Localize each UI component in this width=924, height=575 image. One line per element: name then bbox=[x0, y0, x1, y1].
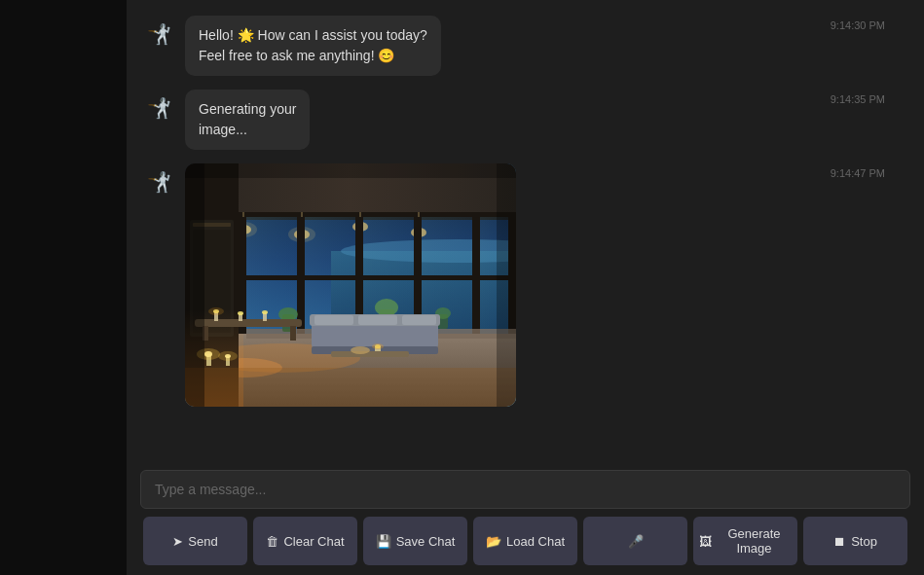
chat-container: 🤺 Hello! 🌟 How can I assist you today?Fe… bbox=[127, 0, 924, 575]
stop-label: Stop bbox=[851, 534, 877, 549]
svg-point-59 bbox=[351, 346, 370, 354]
svg-rect-58 bbox=[331, 351, 409, 357]
avatar: 🤺 bbox=[142, 91, 175, 125]
message-text: Generating yourimage... bbox=[199, 101, 296, 137]
message-image-bubble bbox=[185, 163, 516, 407]
trash-icon: 🗑 bbox=[266, 534, 278, 549]
svg-point-62 bbox=[372, 343, 384, 349]
avatar: 🤺 bbox=[142, 18, 175, 51]
mic-icon: 🎤 bbox=[628, 534, 644, 549]
folder-icon: 📂 bbox=[486, 534, 501, 549]
stop-icon: ⏹ bbox=[833, 534, 846, 549]
send-label: Send bbox=[188, 534, 217, 549]
svg-point-39 bbox=[375, 299, 398, 316]
svg-rect-56 bbox=[402, 315, 436, 325]
message-input[interactable] bbox=[140, 470, 910, 509]
avatar: 🤺 bbox=[142, 165, 175, 198]
svg-point-37 bbox=[278, 307, 298, 321]
load-chat-button[interactable]: 📂 Load Chat bbox=[473, 517, 577, 565]
svg-rect-55 bbox=[358, 315, 397, 325]
sidebar bbox=[0, 0, 127, 575]
message-bubble: Generating yourimage... bbox=[185, 90, 310, 150]
message-timestamp: 9:14:47 PM bbox=[831, 167, 885, 179]
clear-chat-button[interactable]: 🗑 Clear Chat bbox=[253, 517, 357, 565]
button-bar: ➤ Send 🗑 Clear Chat 💾 Save Chat 📂 Load C… bbox=[127, 517, 924, 575]
clear-label: Clear Chat bbox=[283, 534, 344, 549]
svg-rect-72 bbox=[185, 163, 516, 178]
table-row: 🤺 Generating yourimage... 9:14:35 PM bbox=[142, 90, 908, 150]
svg-rect-34 bbox=[239, 275, 516, 280]
stop-button[interactable]: ⏹ Stop bbox=[803, 517, 907, 565]
load-label: Load Chat bbox=[506, 534, 565, 549]
message-timestamp: 9:14:30 PM bbox=[831, 19, 885, 31]
svg-point-49 bbox=[238, 311, 243, 315]
mic-button[interactable]: 🎤 bbox=[583, 517, 687, 565]
image-icon: 🖼 bbox=[699, 534, 712, 549]
message-text: Hello! 🌟 How can I assist you today?Feel… bbox=[199, 27, 427, 63]
send-icon: ➤ bbox=[172, 534, 183, 549]
svg-rect-54 bbox=[314, 315, 353, 325]
message-bubble: Hello! 🌟 How can I assist you today?Feel… bbox=[185, 16, 441, 76]
generate-label: Generate Image bbox=[717, 526, 792, 556]
chat-messages: 🤺 Hello! 🌟 How can I assist you today?Fe… bbox=[127, 0, 924, 462]
generated-image bbox=[185, 163, 516, 407]
svg-rect-70 bbox=[185, 163, 204, 407]
svg-point-47 bbox=[208, 307, 224, 315]
svg-point-68 bbox=[218, 351, 238, 361]
svg-rect-69 bbox=[185, 368, 516, 407]
message-timestamp: 9:14:35 PM bbox=[831, 93, 885, 105]
save-icon: 💾 bbox=[376, 534, 391, 549]
svg-rect-42 bbox=[195, 319, 302, 327]
svg-point-51 bbox=[262, 310, 268, 314]
generate-image-button[interactable]: 🖼 Generate Image bbox=[693, 517, 797, 565]
send-button[interactable]: ➤ Send bbox=[143, 517, 247, 565]
save-label: Save Chat bbox=[396, 534, 456, 549]
save-chat-button[interactable]: 💾 Save Chat bbox=[363, 517, 467, 565]
table-row: 🤺 Hello! 🌟 How can I assist you today?Fe… bbox=[142, 16, 908, 76]
input-area bbox=[127, 462, 924, 517]
table-row: 🤺 bbox=[142, 163, 908, 407]
svg-rect-44 bbox=[290, 326, 296, 341]
svg-rect-71 bbox=[497, 163, 516, 407]
